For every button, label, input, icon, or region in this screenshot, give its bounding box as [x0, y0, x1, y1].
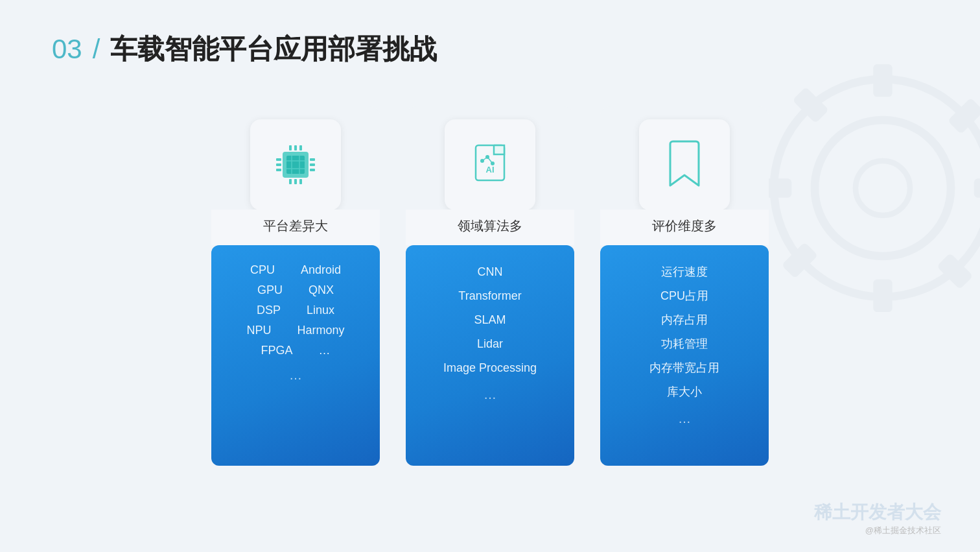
algo-lidar: Lidar — [477, 335, 503, 353]
svg-rect-23 — [289, 145, 292, 150]
card-algorithm-label: 领域算法多 — [406, 210, 574, 245]
eval-power: 功耗管理 — [661, 335, 708, 353]
card-platform: 平台差异大 CPU Android GPU QNX DSP Linux NPU … — [211, 106, 380, 466]
card-evaluation: 评价维度多 运行速度 CPU占用 内存占用 功耗管理 内存带宽占用 库大小 … — [600, 106, 769, 466]
platform-harmony: Harmony — [297, 324, 344, 337]
platform-row-2: GPU QNX — [257, 283, 334, 297]
platform-linux: Linux — [307, 304, 334, 317]
svg-rect-25 — [299, 145, 302, 150]
algo-slam: SLAM — [474, 311, 506, 329]
algo-transformer: Transformer — [458, 287, 521, 305]
svg-line-35 — [487, 157, 493, 163]
platform-row-1: CPU Android — [250, 263, 341, 277]
svg-rect-22 — [310, 169, 315, 171]
platform-npu: NPU — [246, 324, 271, 337]
platform-gpu: GPU — [257, 283, 283, 297]
algo-dots: … — [484, 387, 496, 402]
ai-doc-icon: AI — [464, 139, 516, 191]
svg-rect-17 — [276, 158, 281, 161]
platform-dots-inline: … — [319, 344, 331, 357]
svg-rect-27 — [294, 179, 297, 184]
cards-container: 平台差异大 CPU Android GPU QNX DSP Linux NPU … — [52, 106, 928, 466]
title-number: 03 — [52, 34, 82, 65]
title-text: 车载智能平台应用部署挑战 — [110, 31, 437, 67]
watermark-main: 稀土开发者大会 — [814, 500, 941, 525]
svg-rect-21 — [310, 163, 315, 166]
svg-rect-24 — [294, 145, 297, 150]
svg-rect-12 — [286, 156, 305, 174]
card-evaluation-top: 评价维度多 — [600, 106, 769, 245]
eval-bandwidth: 内存带宽占用 — [649, 359, 719, 377]
card-platform-icon-box — [250, 119, 341, 210]
eval-cpu: CPU占用 — [660, 287, 708, 305]
watermark: 稀土开发者大会 @稀土掘金技术社区 — [814, 500, 941, 536]
eval-memory: 内存占用 — [661, 311, 708, 329]
svg-text:AI: AI — [486, 165, 495, 174]
eval-speed: 运行速度 — [661, 263, 708, 281]
bookmark-icon — [664, 139, 705, 191]
card-algorithm-body: CNN Transformer SLAM Lidar Image Process… — [406, 245, 574, 466]
card-platform-body: CPU Android GPU QNX DSP Linux NPU Harmon… — [211, 245, 380, 466]
svg-rect-20 — [310, 158, 315, 161]
platform-qnx: QNX — [309, 283, 334, 297]
title-slash: / — [93, 34, 100, 65]
card-algorithm-icon-box: AI — [445, 119, 535, 210]
svg-rect-26 — [289, 179, 292, 184]
eval-lib-size: 库大小 — [667, 383, 702, 401]
card-platform-top: 平台差异大 — [211, 106, 380, 245]
svg-rect-18 — [276, 163, 281, 166]
card-evaluation-label: 评价维度多 — [600, 210, 769, 245]
platform-row-3: DSP Linux — [257, 304, 334, 317]
platform-android: Android — [301, 263, 341, 277]
platform-cpu: CPU — [250, 263, 275, 277]
card-algorithm: AI 领域算法多 CNN Transformer SLAM Lidar Imag — [406, 106, 574, 466]
card-algorithm-top: AI 领域算法多 — [406, 106, 574, 245]
card-platform-label: 平台差异大 — [211, 210, 380, 245]
page-title-container: 03 / 车载智能平台应用部署挑战 — [52, 31, 928, 67]
platform-dots: … — [289, 368, 302, 383]
svg-line-34 — [482, 157, 487, 161]
chip-icon — [270, 139, 321, 191]
platform-row-5: FPGA … — [261, 344, 330, 357]
page-content: 03 / 车载智能平台应用部署挑战 — [0, 0, 980, 497]
algo-cnn: CNN — [478, 263, 503, 281]
eval-dots: … — [678, 411, 691, 426]
platform-row-4: NPU Harmony — [246, 324, 344, 337]
svg-rect-28 — [299, 179, 302, 184]
platform-fpga: FPGA — [261, 344, 292, 357]
card-evaluation-icon-box — [639, 119, 730, 210]
card-evaluation-body: 运行速度 CPU占用 内存占用 功耗管理 内存带宽占用 库大小 … — [600, 245, 769, 466]
algo-image-processing: Image Processing — [443, 359, 537, 377]
svg-rect-19 — [276, 169, 281, 171]
platform-dsp: DSP — [257, 304, 281, 317]
watermark-sub: @稀土掘金技术社区 — [814, 525, 941, 536]
